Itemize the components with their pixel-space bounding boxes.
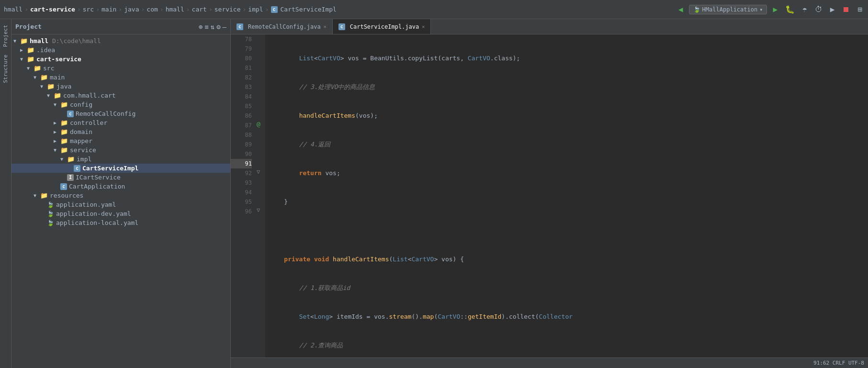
tree-item-src[interactable]: ▼ 📁 src [11,64,230,73]
run-configuration[interactable]: 🍃 HMallApplication ▾ [689,5,767,14]
tree-item-cart-service[interactable]: ▼ 📁 cart-service [11,55,230,64]
ln-86: 86 [231,111,252,121]
tree-item-com-hmall-cart[interactable]: ▼ 📁 com.hmall.cart [11,91,230,100]
tree-item-application-yaml[interactable]: 🍃 application.yaml [11,200,230,209]
tree-item-main[interactable]: ▼ 📁 main [11,73,230,82]
gutter-down-marker2: ▽ [257,207,260,213]
breadcrumb-service[interactable]: service [214,6,241,13]
breadcrumb-cart-service[interactable]: cart-service [30,6,75,13]
expand-icon[interactable]: ⇅ [211,23,214,31]
tree-item-domain[interactable]: ▶ 📁 domain [11,127,230,136]
tree-item-application-dev-yaml[interactable]: 🍃 application-dev.yaml [11,209,230,218]
folder-icon-src: 📁 [34,65,41,72]
label-hmall: hmall [30,37,48,45]
breadcrumb-impl[interactable]: impl [248,6,263,13]
arrow-mapper: ▶ [54,138,60,144]
breadcrumb-src[interactable]: src [83,6,94,13]
toolbar-right: ◀ 🍃 HMallApplication ▾ ▶ 🐛 ☂ ⏱ ▶ ⏹ ⊞ [676,4,864,15]
label-config: config [70,101,92,108]
tab-cart-service-impl[interactable]: c CartServiceImpl.java ✕ [333,19,431,34]
back-icon[interactable]: ◀ [676,4,685,15]
line-numbers: 78 79 80 81 82 83 84 85 86 87 88 89 90 9… [231,34,256,357]
tab-close-cart[interactable]: ✕ [422,24,425,29]
panel-header: Project ⊕ ≡ ⇅ ⚙ — [11,19,230,34]
tab-label-cart: CartServiceImpl.java [350,23,419,30]
sidebar-project-label[interactable]: Project [1,21,10,51]
bottom-bar: 91:62 CRLF UTF-8 [231,357,868,368]
folder-icon-config: 📁 [60,101,68,108]
tree-item-mapper[interactable]: ▶ 📁 mapper [11,136,230,145]
label-impl: impl [77,156,91,163]
gutter-at-marker: @ [257,121,260,128]
breadcrumb-cartserviceimpl[interactable]: CartServiceImpl [281,6,337,13]
tree-item-icart-service[interactable]: I ICartService [11,173,230,182]
yaml-icon-app: 🍃 [47,201,54,208]
ln-94: 94 [231,188,252,197]
tree-item-impl[interactable]: ▼ 📁 impl [11,155,230,164]
folder-icon-java: 📁 [47,83,55,90]
label-application-dev-yaml: application-dev.yaml [56,210,131,217]
tree-item-idea[interactable]: ▶ 📁 .idea [11,45,230,55]
run-icon[interactable]: ▶ [771,4,779,15]
tree-item-remote-call-config[interactable]: c RemoteCallConfig [11,109,230,118]
stop-icon[interactable]: ⏹ [840,4,852,15]
minimize-icon[interactable]: — [223,23,226,31]
tree-item-cart-application[interactable]: c CartApplication [11,182,230,191]
breadcrumb-main[interactable]: main [101,6,116,13]
breadcrumb-hmall2[interactable]: hmall [166,6,184,13]
folder-icon-service: 📁 [60,146,68,154]
ln-81: 81 [231,63,252,73]
forward-icon[interactable]: ▶ [828,4,837,15]
yaml-icon-local: 🍃 [47,220,54,226]
java-i-icon-icart-service: I [67,174,74,181]
coverage-icon[interactable]: ☂ [800,4,809,15]
tree-item-java[interactable]: ▼ 📁 java [11,82,230,91]
layout-icon[interactable]: ⊞ [856,4,864,15]
label-domain: domain [70,128,92,135]
ln-80: 80 [231,54,252,63]
arrow-src: ▼ [27,66,34,71]
tree-item-resources[interactable]: ▼ 📁 resources [11,191,230,200]
label-cart-service: cart-service [36,56,81,63]
sidebar-structure-label[interactable]: Structure [1,51,10,87]
profile-icon[interactable]: ⏱ [813,4,824,15]
breadcrumb-java[interactable]: java [124,6,139,13]
add-icon[interactable]: ⊕ [199,23,203,31]
code-line-83: } [269,197,864,207]
arrow-service: ▼ [54,147,60,153]
java-c-icon-cart-service-impl: c [74,165,80,172]
tree-item-config[interactable]: ▼ 📁 config [11,100,230,109]
arrow-impl: ▼ [60,156,67,162]
code-content[interactable]: List<CartVO> vos = BeanUtils.copyList(ca… [265,34,868,357]
ln-92: 92 [231,168,252,178]
code-line-81: // 4.返回 [269,140,864,149]
arrow-cart-service: ▼ [20,56,27,62]
debug-icon[interactable]: 🐛 [783,4,797,15]
tree-item-service[interactable]: ▼ 📁 service [11,145,230,155]
tab-remote-call-config[interactable]: c RemoteCallConfig.java ✕ [231,19,333,34]
tree-item-cart-service-impl[interactable]: c CartServiceImpl [11,164,230,173]
ln-87: 87 [231,121,252,130]
label-application-yaml: application.yaml [56,201,116,208]
breadcrumb-com[interactable]: com [147,6,158,13]
settings-icon[interactable]: ⚙ [216,23,220,31]
path-hmall: D:\code\hmall [48,37,101,45]
label-cart-service-impl: CartServiceImpl [82,165,138,172]
ln-83: 83 [231,82,252,92]
tab-close-remote[interactable]: ✕ [324,24,327,29]
label-mapper: mapper [70,137,92,145]
breadcrumb: hmall › cart-service › src › main › java… [4,6,337,13]
code-line-79: // 3.处理VO中的商品信息 [269,82,864,92]
tree-item-controller[interactable]: ▶ 📁 controller [11,118,230,127]
code-line-86: // 1.获取商品id [269,283,864,293]
editor-area: c RemoteCallConfig.java ✕ c CartServiceI… [231,19,868,368]
arrow-controller: ▶ [54,120,60,125]
label-java: java [56,83,71,90]
collapse-all-icon[interactable]: ≡ [204,23,208,31]
code-editor: 78 79 80 81 82 83 84 85 86 87 88 89 90 9… [231,34,868,357]
label-icart-service: ICartService [76,174,121,181]
tree-item-hmall[interactable]: ▼ 📁 hmall D:\code\hmall [11,36,230,45]
breadcrumb-cart[interactable]: cart [192,6,207,13]
breadcrumb-hmall[interactable]: hmall [4,6,23,13]
tree-item-application-local-yaml[interactable]: 🍃 application-local.yaml [11,218,230,227]
